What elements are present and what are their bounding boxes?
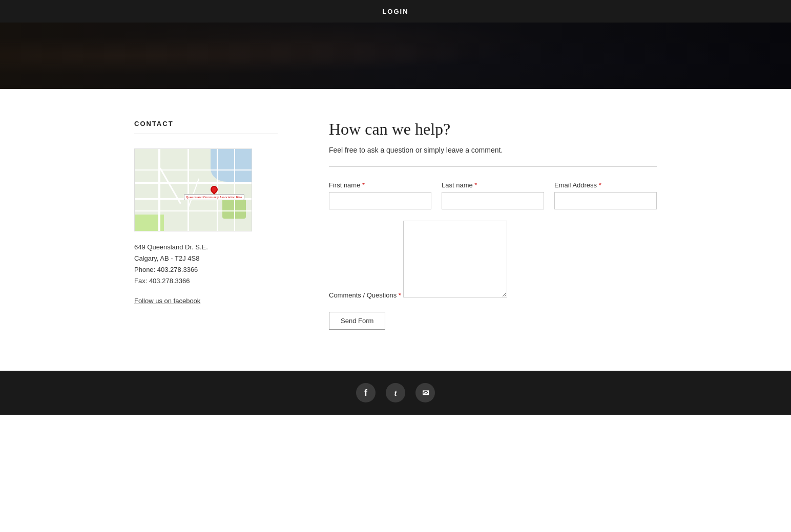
comments-section: Comments / Questions * — [329, 221, 657, 300]
contact-column: CONTACT Queensland Community A — [134, 120, 278, 305]
email-label: Email Address * — [554, 181, 657, 189]
email-social-icon[interactable]: ✉ — [415, 383, 435, 402]
login-link[interactable]: LOGIN — [382, 8, 408, 15]
required-star: * — [399, 291, 401, 299]
map-background: Queensland Community Association Rink — [135, 149, 252, 231]
form-title: How can we help? — [329, 120, 657, 139]
map-image[interactable]: Queensland Community Association Rink — [134, 148, 252, 231]
first-name-input[interactable] — [329, 192, 431, 209]
facebook-social-icon[interactable]: f — [356, 383, 376, 402]
required-star: * — [362, 181, 365, 189]
email-input[interactable] — [554, 192, 657, 209]
form-subtitle: Feel free to ask a question or simply le… — [329, 146, 657, 154]
map-pin-label: Queensland Community Association Rink — [184, 194, 244, 200]
last-name-label: Last name * — [442, 181, 544, 189]
contact-form: First name * Last name * Email Address — [329, 181, 657, 330]
map-pin: Queensland Community Association Rink — [184, 186, 244, 200]
required-star: * — [474, 181, 477, 189]
address-line1: 649 Queensland Dr. S.E. — [134, 242, 278, 253]
fax-number: Fax: 403.278.3366 — [134, 275, 278, 287]
email-field: Email Address * — [554, 181, 657, 209]
facebook-link[interactable]: Follow us on facebook — [134, 297, 200, 305]
contact-address: 649 Queensland Dr. S.E. Calgary, AB - T2… — [134, 242, 278, 287]
send-form-button[interactable]: Send Form — [329, 312, 385, 330]
address-line2: Calgary, AB - T2J 4S8 — [134, 253, 278, 264]
form-divider — [329, 166, 657, 167]
hero-overlay — [0, 23, 791, 89]
last-name-input[interactable] — [442, 192, 544, 209]
required-star: * — [599, 181, 601, 189]
contact-divider — [134, 134, 278, 134]
last-name-field: Last name * — [442, 181, 544, 209]
first-name-label: First name * — [329, 181, 431, 189]
main-content: CONTACT Queensland Community A — [114, 89, 677, 371]
hero-banner — [0, 23, 791, 89]
form-row-names: First name * Last name * Email Address — [329, 181, 657, 209]
first-name-field: First name * — [329, 181, 431, 209]
footer: f t ✉ — [0, 371, 791, 415]
contact-section-title: CONTACT — [134, 120, 278, 127]
contact-form-column: How can we help? Feel free to ask a ques… — [329, 120, 657, 330]
comments-textarea[interactable] — [403, 221, 507, 297]
comments-label: Comments / Questions * — [329, 291, 403, 299]
twitter-social-icon[interactable]: t — [386, 383, 405, 402]
map-road — [158, 149, 160, 231]
phone-number: Phone: 403.278.3366 — [134, 264, 278, 275]
header: LOGIN — [0, 0, 791, 23]
map-pin-head — [209, 184, 219, 195]
